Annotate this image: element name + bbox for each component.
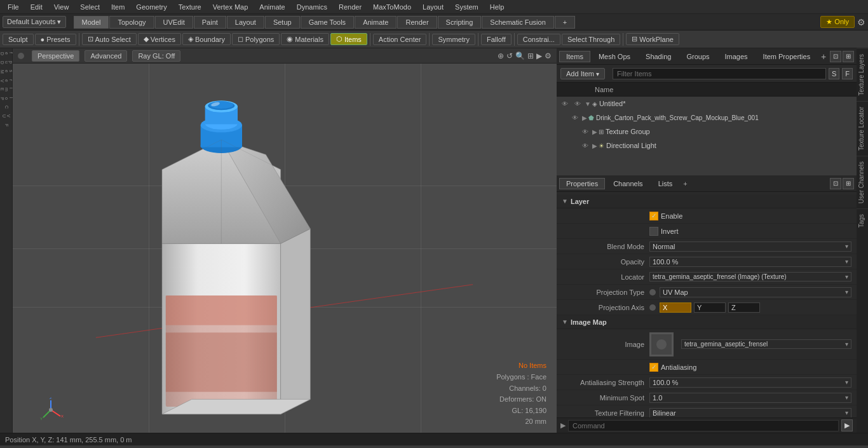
sidebar-icon-8[interactable]: UV <box>0 112 13 121</box>
locator-dropdown[interactable]: tetra_gemina_aseptic_frensel (Image) (Te… <box>649 272 851 282</box>
viewport-icon-grid[interactable]: ⊞ <box>527 51 534 60</box>
tab-scripting[interactable]: Scripting <box>438 16 482 29</box>
sculpt-button[interactable]: Sculpt <box>3 34 34 45</box>
viewport-icon-rotate[interactable]: ↺ <box>506 51 513 60</box>
sidebar-icon-5[interactable]: Emi <box>0 85 13 94</box>
antialiasing-checkbox[interactable]: ✓ <box>649 363 658 372</box>
command-send-button[interactable]: ▶ <box>841 419 853 431</box>
right-tab-texture-layers[interactable]: Texture Layers <box>857 48 868 101</box>
menu-render[interactable]: Render <box>334 2 367 12</box>
tree-row-drink-carton[interactable]: 👁 ▶ ⬟ Drink_Carton_Pack_with_Screw_Cap_M… <box>557 111 857 125</box>
panel-tab-groups[interactable]: Groups <box>679 51 716 62</box>
tab-layout[interactable]: Layout <box>227 16 264 29</box>
add-item-button[interactable]: Add Item ▾ <box>560 68 605 79</box>
menu-system[interactable]: System <box>450 2 484 12</box>
menu-edit[interactable]: Edit <box>25 2 48 12</box>
viewport-tab-raygl[interactable]: Ray GL: Off <box>132 50 180 62</box>
image-dropdown[interactable]: tetra_gemina_aseptic_frensel ▾ <box>681 339 851 349</box>
tab-animate[interactable]: Animate <box>355 16 397 29</box>
sidebar-icon-9[interactable]: F <box>0 121 13 130</box>
work-plane-button[interactable]: ⊟ WorkPlane <box>626 33 679 45</box>
sidebar-icon-7[interactable]: C <box>0 103 13 112</box>
eye-icon-texture-group[interactable]: 👁 <box>580 128 591 135</box>
select-through-button[interactable]: Select Through <box>562 34 620 45</box>
tab-game-tools[interactable]: Game Tools <box>301 16 355 29</box>
sidebar-icon-3[interactable]: Mes <box>0 67 13 76</box>
panel-expand-button[interactable]: ⊡ <box>830 51 841 62</box>
sidebar-icon-2[interactable]: Dup <box>0 58 13 67</box>
prop-tab-properties[interactable]: Properties <box>559 178 605 189</box>
tree-row-texture-group[interactable]: 👁 ▶ ⊞ Texture Group <box>557 125 857 139</box>
symmetry-button[interactable]: Symmetry <box>432 34 475 45</box>
tree-arrow-dir-light[interactable]: ▶ <box>592 142 597 149</box>
eye-icon-dir-light[interactable]: 👁 <box>580 142 591 149</box>
layer-section-arrow[interactable]: ▼ <box>562 198 568 205</box>
blend-mode-dropdown[interactable]: Normal ▾ <box>649 241 851 252</box>
projection-type-dropdown[interactable]: UV Map ▾ <box>660 287 851 297</box>
falloff-button[interactable]: Falloff <box>481 34 512 45</box>
eye-icon-untitled-2[interactable]: 👁 <box>572 100 583 107</box>
star-only-button[interactable]: ★ Only <box>820 16 855 28</box>
sidebar-icon-1[interactable]: Def <box>0 50 13 58</box>
items-f-button[interactable]: F <box>842 68 853 79</box>
panel-collapse-button[interactable]: ⊞ <box>843 51 854 62</box>
panel-tab-mesh-ops[interactable]: Mesh Ops <box>592 51 637 62</box>
menu-vertex-map[interactable]: Vertex Map <box>208 2 254 12</box>
menu-view[interactable]: View <box>49 2 74 12</box>
canvas-area[interactable]: No Items Polygons : Face Channels: 0 Def… <box>13 64 557 433</box>
tab-uvedit[interactable]: UVEdit <box>155 16 193 29</box>
tree-arrow-carton[interactable]: ▶ <box>582 114 587 121</box>
tree-row-dir-light[interactable]: 👁 ▶ ☀ Directional Light <box>557 139 857 153</box>
viewport-icon-zoom[interactable]: 🔍 <box>515 51 525 60</box>
tab-model[interactable]: Model <box>74 16 109 29</box>
tab-add-layout[interactable]: + <box>555 16 575 29</box>
sidebar-icon-6[interactable]: Pol <box>0 94 13 103</box>
menu-geometry[interactable]: Geometry <box>131 2 172 12</box>
axis-x-input[interactable] <box>660 302 691 313</box>
menu-help[interactable]: Help <box>485 2 510 12</box>
layout-dropdown[interactable]: Default Layouts ▾ <box>3 16 66 28</box>
menu-select[interactable]: Select <box>75 2 105 12</box>
command-input[interactable] <box>568 420 839 431</box>
prop-tab-add[interactable]: + <box>683 180 687 187</box>
panel-tab-add[interactable]: + <box>821 51 826 62</box>
tab-topology[interactable]: Topology <box>109 16 154 29</box>
antialiasing-strength-input[interactable]: 100.0 % ▾ <box>649 377 851 388</box>
menu-file[interactable]: File <box>3 2 24 12</box>
menu-item[interactable]: Item <box>106 2 130 12</box>
prop-tab-lists[interactable]: Lists <box>651 178 680 189</box>
image-thumbnail[interactable] <box>649 332 674 356</box>
panel-tab-images[interactable]: Images <box>718 51 755 62</box>
filter-items-input[interactable] <box>613 68 826 79</box>
axis-y-input[interactable] <box>694 302 726 313</box>
tree-arrow-texture-group[interactable]: ▶ <box>592 128 597 135</box>
settings-icon[interactable]: ⚙ <box>857 17 865 27</box>
polygons-button[interactable]: ◻ Polygons <box>232 33 280 45</box>
constraints-button[interactable]: Constrai... <box>517 34 560 45</box>
eye-icon-carton[interactable]: 👁 <box>569 114 581 121</box>
texture-filtering-dropdown[interactable]: Bilinear ▾ <box>649 408 851 418</box>
viewport-icon-settings[interactable]: ⚙ <box>545 51 552 60</box>
enable-checkbox[interactable]: ✓ <box>649 212 658 221</box>
viewport-icon-play[interactable]: ▶ <box>536 51 542 60</box>
items-s-button[interactable]: S <box>829 68 839 79</box>
tab-setup[interactable]: Setup <box>265 16 300 29</box>
panel-tab-shading[interactable]: Shading <box>639 51 678 62</box>
right-tab-texture-locator[interactable]: Texture Locator <box>857 101 868 156</box>
viewport-tab-advanced[interactable]: Advanced <box>85 50 127 62</box>
items-button[interactable]: ⬡ Items <box>330 33 367 45</box>
right-tab-user-channels[interactable]: User Channels <box>857 156 868 208</box>
viewport-icon-crosshair[interactable]: ⊕ <box>498 51 504 60</box>
presets-button[interactable]: ● Presets <box>35 34 76 45</box>
tree-arrow-untitled[interactable]: ▼ <box>585 100 591 107</box>
eye-icon-untitled[interactable]: 👁 <box>559 100 571 107</box>
invert-checkbox[interactable] <box>649 227 658 236</box>
tab-schematic-fusion[interactable]: Schematic Fusion <box>482 16 553 29</box>
command-arrow[interactable]: ▶ <box>560 421 566 430</box>
sidebar-icon-4[interactable]: Ver <box>0 76 13 85</box>
auto-select-button[interactable]: ⊡ Auto Select <box>82 33 137 45</box>
viewport-tab-perspective[interactable]: Perspective <box>32 50 79 62</box>
prop-expand-button[interactable]: ⊡ <box>830 178 841 189</box>
minimum-spot-input[interactable]: 1.0 ▾ <box>649 393 851 403</box>
menu-maxtomodo[interactable]: MaxToModo <box>368 2 416 12</box>
